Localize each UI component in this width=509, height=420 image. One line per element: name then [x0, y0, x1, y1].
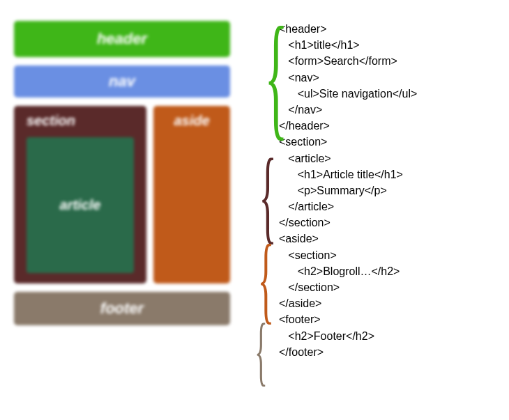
code-line: <h1>Article title</h1>: [279, 166, 495, 182]
code-line: <nav>: [279, 70, 495, 86]
code-line: </section>: [279, 215, 495, 231]
article-block: article: [26, 137, 134, 273]
article-label: article: [60, 197, 101, 213]
section-block: section article: [14, 106, 146, 283]
code-line: <h2>Footer</h2>: [279, 328, 495, 344]
brace-footer-icon: {: [254, 312, 267, 389]
code-line: </footer>: [279, 344, 495, 360]
code-line: <footer>: [279, 311, 495, 327]
code-line: </section>: [279, 279, 495, 295]
code-line: <h2>Blogroll…</h2>: [279, 263, 495, 279]
section-label: section: [26, 113, 139, 129]
code-line: <section>: [279, 247, 495, 263]
code-line: <p>Summary</p>: [279, 182, 495, 199]
code-line: <header>: [279, 21, 495, 37]
code-line: <form>Search</form>: [279, 53, 495, 69]
code-line: <section>: [279, 134, 495, 150]
code-line: </nav>: [279, 102, 495, 118]
code-line: </article>: [279, 199, 495, 215]
brace-aside-icon: {: [258, 230, 275, 327]
layout-diagram: header nav section article aside footer: [14, 21, 230, 334]
code-line: <h1>title</h1>: [279, 37, 495, 53]
nav-block: nav: [14, 65, 230, 98]
header-block: header: [14, 21, 230, 57]
code-line: <article>: [279, 150, 495, 166]
code-line: <aside>: [279, 231, 495, 247]
brace-section-icon: {: [259, 143, 276, 247]
footer-block: footer: [14, 292, 230, 325]
code-line: </header>: [279, 118, 495, 134]
aside-block: aside: [153, 106, 230, 283]
code-line: <ul>Site navigation</ul>: [279, 86, 495, 102]
code-line: </aside>: [279, 295, 495, 311]
code-column: { { { { <header> <h1>title</h1> <form>Se…: [251, 21, 495, 360]
aside-label: aside: [153, 113, 230, 129]
